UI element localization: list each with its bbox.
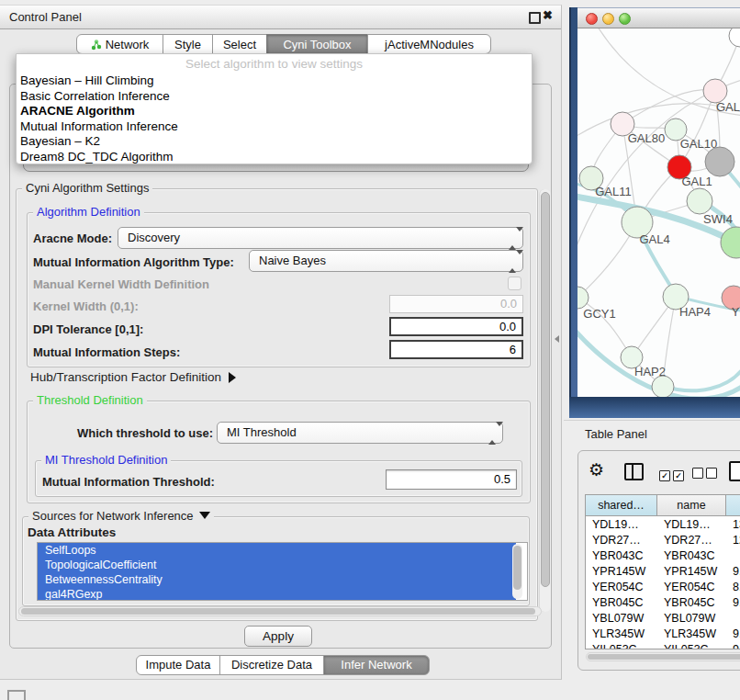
- data-attribute-item[interactable]: TopologicalCoefficient: [38, 558, 516, 572]
- tab-impute-data[interactable]: Impute Data: [136, 655, 220, 675]
- close-traffic-light-icon[interactable]: [586, 13, 598, 25]
- network-node-swi4[interactable]: [687, 188, 712, 214]
- settings-horizontal-scrollbar[interactable]: [18, 606, 542, 616]
- column-header[interactable]: shared…: [586, 495, 657, 516]
- network-node[interactable]: [652, 376, 674, 397]
- close-icon[interactable]: ✖: [543, 8, 553, 22]
- combo-stepper-icon: [509, 254, 515, 268]
- mi-threshold-label: Mutual Information Threshold:: [42, 475, 215, 489]
- manual-kernel-checkbox[interactable]: [508, 277, 521, 290]
- table-row[interactable]: YIL053CYIL053C9: [586, 642, 740, 649]
- network-node-label: GAL80: [628, 131, 665, 145]
- tab-select-label: Select: [223, 38, 256, 51]
- mi-threshold-field[interactable]: 0.5: [386, 469, 517, 490]
- table-cell: YBR043C: [657, 548, 726, 564]
- settings-hscroll-thumb[interactable]: [21, 608, 535, 615]
- table-row[interactable]: YBR045CYBR045C9.: [586, 595, 740, 611]
- attributes-list-scrollbar[interactable]: [512, 544, 522, 599]
- network-node[interactable]: [705, 147, 734, 176]
- minimized-panel-icon[interactable]: [7, 690, 26, 700]
- tab-cyni-toolbox[interactable]: Cyni Toolbox: [266, 34, 368, 54]
- network-node-label: SWI4: [703, 212, 733, 226]
- mi-type-combo[interactable]: Naive Bayes: [249, 250, 523, 272]
- float-window-icon[interactable]: [529, 12, 541, 24]
- tab-discretize-data[interactable]: Discretize Data: [219, 655, 324, 675]
- algorithm-option[interactable]: ARACNE Algorithm: [20, 104, 528, 119]
- table-cell: YBR045C: [586, 595, 657, 611]
- mi-threshold-definition-title: MI Threshold Definition: [41, 453, 171, 467]
- attributes-list-thumb[interactable]: [513, 546, 521, 590]
- algorithm-dropdown-popup: Select algorithm to view settings Bayesi…: [16, 53, 533, 164]
- dpi-tolerance-field[interactable]: 0.0: [389, 317, 523, 336]
- table-row[interactable]: YBL079WYBL079W: [586, 611, 740, 627]
- table-row[interactable]: YBR043CYBR043C: [586, 548, 740, 564]
- settings-vscroll-thumb[interactable]: [541, 192, 550, 587]
- table-row[interactable]: YER054CYER054C8.: [586, 580, 740, 595]
- kernel-width-field[interactable]: 0.0: [389, 295, 523, 313]
- network-node[interactable]: [729, 28, 740, 47]
- table-hscroll-thumb[interactable]: [588, 654, 740, 660]
- tab-style[interactable]: Style: [163, 34, 213, 54]
- network-node-gcy1[interactable]: [577, 287, 589, 309]
- tab-network[interactable]: Network: [76, 34, 163, 54]
- network-canvas[interactable]: GALGAL80GAL10GAL1SWI4GAL11GAL4GCY1HAP4YH…: [577, 28, 740, 397]
- tab-impute-data-label: Impute Data: [146, 658, 211, 672]
- table-row[interactable]: YDL19…YDL19…13: [586, 517, 740, 533]
- tab-jactivemnodules[interactable]: jActiveMNodules: [367, 34, 491, 54]
- table-cell: YER054C: [657, 580, 726, 595]
- network-node[interactable]: [721, 227, 740, 258]
- algorithm-option[interactable]: Dream8 DC_TDC Algorithm: [20, 150, 528, 165]
- tab-infer-network[interactable]: Infer Network: [323, 655, 430, 675]
- algorithm-option[interactable]: Bayesian – K2: [20, 134, 528, 150]
- tab-select[interactable]: Select: [212, 34, 267, 54]
- table-cell: YIL053C: [586, 642, 657, 649]
- algorithm-option[interactable]: Bayesian – Hill Climbing: [20, 73, 528, 89]
- node-table[interactable]: shared…nameAYDL19…YDL19…13YDR27…YDR27…12…: [585, 494, 740, 649]
- column-header[interactable]: name: [657, 495, 726, 516]
- mi-type-label: Mutual Information Algorithm Type:: [33, 255, 234, 269]
- tab-infer-network-label: Infer Network: [341, 658, 411, 672]
- panel-resize-handle-icon[interactable]: [555, 335, 559, 343]
- zoom-traffic-light-icon[interactable]: [619, 13, 631, 25]
- table-cell: YDR27…: [586, 533, 657, 548]
- table-row[interactable]: YLR345WYLR345W9.: [586, 627, 740, 642]
- data-attributes-list[interactable]: SelfLoopsTopologicalCoefficientBetweenne…: [37, 542, 528, 601]
- aracne-mode-combo[interactable]: Discovery: [118, 227, 523, 249]
- mi-steps-field[interactable]: 6: [389, 340, 523, 359]
- table-cell: 9.: [726, 595, 740, 611]
- algorithm-definition-title: Algorithm Definition: [33, 205, 144, 219]
- cyni-algorithm-settings-title: Cyni Algorithm Settings: [22, 181, 152, 195]
- algorithm-option[interactable]: Basic Correlation Inference: [20, 89, 528, 105]
- select-all-checks-icon[interactable]: ✓✓: [659, 466, 687, 482]
- table-cell: YPR145W: [657, 564, 726, 580]
- table-cell: 13: [726, 517, 740, 533]
- table-row[interactable]: YPR145WYPR145W9.: [586, 564, 740, 580]
- network-node-label: GAL1: [681, 175, 712, 188]
- data-attribute-item[interactable]: SelfLoops: [38, 543, 516, 558]
- data-attribute-item[interactable]: BetweennessCentrality: [38, 572, 516, 587]
- tab-network-label: Network: [106, 38, 150, 51]
- network-graph: GALGAL80GAL10GAL1SWI4GAL11GAL4GCY1HAP4YH…: [577, 28, 740, 397]
- table-cell: YBL079W: [586, 611, 657, 627]
- apply-button[interactable]: Apply: [244, 626, 312, 647]
- gear-icon[interactable]: ⚙: [589, 459, 604, 480]
- table-cell: YIL053C: [657, 642, 726, 649]
- table-row[interactable]: YDR27…YDR27…12: [586, 533, 740, 548]
- deselect-all-checks-icon[interactable]: [692, 466, 720, 482]
- hub-definition-toggle[interactable]: Hub/Transcription Factor Definition: [30, 370, 236, 384]
- settings-vertical-scrollbar[interactable]: [539, 189, 551, 612]
- network-node-label: GAL11: [595, 185, 632, 198]
- columns-icon[interactable]: [624, 463, 644, 480]
- table-panel-window: ⚙ ✓✓ shared…nameAYDL19…YDL19…13YDR27…YDR…: [577, 450, 740, 671]
- table-horizontal-scrollbar[interactable]: [586, 652, 740, 661]
- column-header[interactable]: A: [726, 495, 740, 516]
- minimize-traffic-light-icon[interactable]: [602, 13, 614, 25]
- network-window-titlebar[interactable]: [577, 7, 740, 28]
- document-icon[interactable]: [729, 461, 740, 481]
- network-window-frame-bottom: [569, 397, 740, 418]
- network-node-label: GAL10: [680, 137, 717, 151]
- sources-title[interactable]: Sources for Network Inference: [28, 509, 214, 523]
- which-threshold-combo[interactable]: MI Threshold: [217, 422, 503, 444]
- algorithm-option[interactable]: Mutual Information Inference: [20, 119, 528, 135]
- data-attribute-item[interactable]: gal4RGexp: [38, 587, 516, 601]
